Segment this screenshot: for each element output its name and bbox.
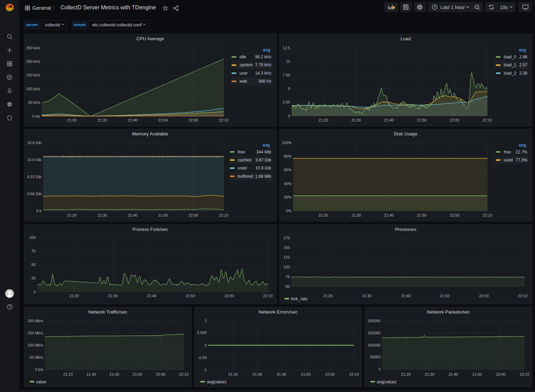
svg-text:18.6 Gib: 18.6 Gib [27,141,42,145]
svg-text:9.31 Gib: 9.31 Gib [27,175,42,179]
svg-text:21:50: 21:50 [158,118,168,122]
svg-text:21:20: 21:20 [401,372,411,376]
svg-text:21:20: 21:20 [69,294,79,298]
svg-text:100%: 100% [282,141,291,145]
svg-text:22:10: 22:10 [179,372,189,376]
svg-text:Processes: Processes [395,227,416,232]
svg-text:250 kHz: 250 kHz [26,46,40,50]
svg-text:22.7%: 22.7% [516,150,527,155]
svg-text:21:40: 21:40 [110,372,119,376]
svg-text:21:50: 21:50 [158,213,168,217]
svg-text:avg: avg [519,143,526,148]
svg-text:21:20: 21:20 [67,213,77,217]
svg-text:2.50: 2.50 [283,100,290,104]
svg-text:22:10: 22:10 [219,213,229,217]
svg-text:Network Traffic/sec: Network Traffic/sec [88,309,128,315]
svg-text:22:10: 22:10 [349,372,359,376]
svg-text:50: 50 [31,262,35,267]
svg-text:load_0: load_0 [504,55,516,59]
svg-text:100000: 100000 [368,343,381,347]
svg-text:21:20: 21:20 [63,372,73,376]
svg-text:21:40: 21:40 [384,118,394,122]
svg-text:21:50: 21:50 [417,118,427,122]
svg-text:150: 150 [283,245,290,250]
svg-text:Memory Available: Memory Available [132,131,168,136]
svg-text:21:30: 21:30 [362,294,372,298]
svg-text:4.66 Gib: 4.66 Gib [27,192,42,196]
svg-text:-0.50: -0.50 [198,356,206,360]
svg-text:77.3%: 77.3% [516,158,527,162]
svg-text:1.68 Mib: 1.68 Mib [255,174,271,179]
svg-text:386 Hz: 386 Hz [258,79,271,84]
svg-text:0 b: 0 b [36,209,41,213]
svg-text:avg: avg [262,143,270,148]
svg-text:cached: cached [238,158,251,162]
svg-text:0: 0 [288,114,290,118]
svg-text:21:50: 21:50 [186,294,195,298]
svg-text:22:10: 22:10 [219,118,229,122]
svg-text:0 Hz: 0 Hz [32,114,40,118]
svg-text:21:20: 21:20 [318,213,328,217]
svg-text:load_1: load_1 [504,62,516,67]
svg-text:22:00: 22:00 [450,118,460,122]
svg-text:60%: 60% [284,168,291,172]
svg-text:free: free [504,150,511,155]
svg-text:12.5: 12.5 [283,46,290,50]
svg-text:22:10: 22:10 [520,372,529,376]
svg-text:?: ? [9,305,11,309]
svg-text:22:00: 22:00 [479,294,489,298]
svg-text:22:00: 22:00 [188,213,198,217]
svg-text:21:30: 21:30 [351,213,361,217]
svg-text:buffered: buffered [238,174,253,179]
svg-text:50: 50 [285,284,290,289]
svg-text:avg: avg [519,48,526,52]
svg-text:0: 0 [33,290,35,294]
svg-text:100 Mb/s: 100 Mb/s [27,343,43,347]
svg-text:75: 75 [285,275,290,279]
svg-text:22:00: 22:00 [496,372,506,376]
svg-text:idle: idle [240,55,246,59]
svg-text:user: user [240,71,248,76]
svg-text:200 kHz: 200 kHz [26,59,40,64]
svg-text:21:50: 21:50 [472,372,482,376]
svg-text:22:00: 22:00 [325,372,335,376]
svg-text:100: 100 [283,265,290,269]
svg-text:Load: Load [400,36,411,41]
svg-text:100: 100 [29,235,35,240]
svg-text:21:30: 21:30 [425,372,435,376]
svg-text:21:40: 21:40 [147,294,156,298]
svg-text:22:10: 22:10 [483,213,492,217]
svg-text:21:30: 21:30 [252,372,262,376]
svg-text:0%: 0% [286,209,292,213]
svg-text:75: 75 [31,249,35,253]
svg-text:0: 0 [204,343,206,347]
svg-text:wait: wait [239,79,247,84]
svg-text:-1: -1 [203,368,207,372]
svg-text:125: 125 [283,255,290,259]
svg-text:21:40: 21:40 [277,372,286,376]
svg-text:21:50: 21:50 [417,213,427,217]
svg-text:system: system [240,62,253,67]
svg-text:fork_rate: fork_rate [291,297,308,301]
svg-text:used: used [238,166,247,170]
svg-text:Process Fork/sec: Process Fork/sec [132,227,168,232]
svg-text:21:20: 21:20 [228,372,238,376]
svg-text:96.2 kHz: 96.2 kHz [255,55,271,59]
svg-text:22:00: 22:00 [450,213,460,217]
svg-text:21:40: 21:40 [128,118,138,122]
svg-text:Disk Usage: Disk Usage [394,131,417,136]
svg-text:21:40: 21:40 [448,372,458,376]
svg-text:0.500: 0.500 [197,331,207,335]
svg-text:21:50: 21:50 [133,372,143,376]
svg-text:2.38: 2.38 [519,71,528,76]
svg-text:200000: 200000 [368,319,381,323]
svg-text:21:30: 21:30 [351,118,361,122]
svg-text:20%: 20% [284,195,291,199]
svg-text:22:10: 22:10 [483,118,492,122]
svg-text:avg(value): avg(value) [207,380,226,384]
svg-text:CPU Average: CPU Average [136,36,164,41]
svg-text:value: value [36,380,46,384]
svg-text:21:40: 21:40 [401,294,411,298]
svg-text:21:50: 21:50 [301,372,311,376]
svg-text:10: 10 [286,59,290,64]
